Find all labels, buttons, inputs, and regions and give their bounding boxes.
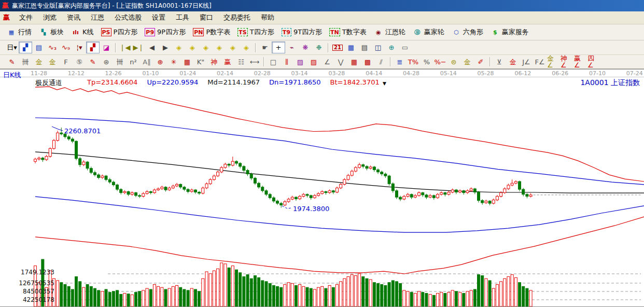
circle-cross-tool[interactable]: ⊕: [153, 56, 167, 68]
menu-item-江恩[interactable]: 江恩: [86, 12, 109, 23]
hand-tool-button[interactable]: ☛: [258, 41, 272, 53]
wave-3-icon[interactable]: ∿₃: [46, 41, 59, 53]
diamond-left-button[interactable]: ◈: [172, 41, 186, 53]
spiral5-tool[interactable]: ⑤: [73, 56, 86, 68]
kline-button[interactable]: ılıK线: [68, 26, 96, 38]
diamond-left-button-glyph: ◈: [176, 44, 181, 51]
kline-style-dropdown[interactable]: 日▾: [5, 41, 19, 53]
info-panel-icon[interactable]: ▤: [32, 41, 46, 53]
brush-red-tool[interactable]: ✐: [474, 56, 487, 68]
f-angle-tool[interactable]: F∠: [533, 56, 547, 68]
menu-item-浏览[interactable]: 浏览: [38, 12, 62, 23]
pattern-overlay-blue-icon[interactable]: ▞: [19, 41, 32, 53]
a-channel-tool[interactable]: A‖: [140, 56, 153, 68]
v-wave-tool[interactable]: ⋁: [334, 56, 347, 68]
menu-item-交易委托[interactable]: 交易委托: [218, 12, 256, 23]
nav-last-button[interactable]: ▶❘: [132, 41, 145, 53]
grid-arrow-tool[interactable]: ▩: [361, 56, 374, 68]
gann-wheel-button[interactable]: ◉江恩轮: [371, 26, 408, 38]
fan-box-purple-tool[interactable]: ▨: [293, 56, 307, 68]
diamond-compress-button[interactable]: ◈: [213, 41, 226, 53]
nav-first-button[interactable]: ❘◀: [118, 41, 132, 53]
n-squared-tool[interactable]: n²: [127, 56, 140, 68]
shen-angle-tool[interactable]: 神∠: [560, 56, 573, 68]
gann-swirl-icon[interactable]: ❉: [312, 41, 326, 53]
star-box-tool[interactable]: ✳: [167, 56, 180, 68]
menu-item-文件[interactable]: 文件: [14, 12, 38, 23]
winner-wheel-button[interactable]: Ⓑ赢家轮: [410, 26, 447, 38]
winner-service-button[interactable]: $赢家服务: [488, 26, 531, 38]
menu-item-工具[interactable]: 工具: [171, 12, 194, 23]
parallel-lines-tool[interactable]: ⫽: [374, 56, 388, 68]
t-percent-tool[interactable]: T%: [407, 56, 420, 68]
box-tool[interactable]: □: [267, 56, 280, 68]
menu-item-公式选股[interactable]: 公式选股: [109, 12, 147, 23]
grid-red-tool[interactable]: ▦: [347, 56, 361, 68]
nav-next-button[interactable]: ▶: [159, 41, 172, 53]
grid-box-tool[interactable]: ▦: [180, 56, 194, 68]
p-table-button[interactable]: PNP数字表: [190, 26, 233, 38]
quotes-button[interactable]: ▦行情: [4, 26, 34, 38]
hexagon-button[interactable]: ⬡六角形: [449, 26, 486, 38]
calendar-21-button[interactable]: 21: [331, 41, 344, 53]
ying-angle-tool[interactable]: 赢∠: [573, 56, 587, 68]
candle-tool-dropdown[interactable]: ¦▾: [73, 41, 86, 53]
brush-red-tool-glyph: ✐: [478, 59, 484, 65]
calculator-button[interactable]: ▦: [344, 41, 358, 53]
shen-tool[interactable]: 神: [207, 56, 221, 68]
gold-gate-tool[interactable]: 金: [32, 56, 46, 68]
diamond-move-button[interactable]: ◈: [240, 41, 253, 53]
kline-canvas[interactable]: 2260.87011974.3800: [0, 69, 644, 307]
f-gate-tool[interactable]: F: [59, 56, 73, 68]
print-button[interactable]: ▭: [398, 41, 412, 53]
cup-tool[interactable]: ⊻: [493, 56, 506, 68]
toolbar-separator: [390, 57, 391, 66]
color-histogram-icon[interactable]: ◪: [100, 41, 113, 53]
gold-gate2-tool[interactable]: 金: [46, 56, 59, 68]
zigzag-tool-button[interactable]: ⌁: [285, 41, 299, 53]
red-pencil-tool[interactable]: ✎: [86, 56, 100, 68]
chart-area[interactable]: 11-2812-1212-2601-1001-2402-1402-2803-14…: [0, 69, 644, 307]
fan-box-red-tool[interactable]: ▨: [307, 56, 320, 68]
menu-item-资讯[interactable]: 资讯: [62, 12, 86, 23]
ruler-123-tool[interactable]: ☷: [234, 56, 248, 68]
comb-dense-tool[interactable]: 卌: [113, 56, 127, 68]
diamond-right-button[interactable]: ◈: [186, 41, 199, 53]
crosshair-tool-button[interactable]: +: [272, 41, 285, 53]
ying-box-tool[interactable]: 赢: [221, 56, 234, 68]
nav-prev-button[interactable]: ◀: [145, 41, 159, 53]
gold-angle-tool[interactable]: 金∠: [547, 56, 560, 68]
diamond-expand-button[interactable]: ◈: [199, 41, 213, 53]
diamond-cross-button[interactable]: ◈: [226, 41, 240, 53]
t-square-button[interactable]: TST四方形: [235, 26, 276, 38]
pencil-tool[interactable]: ✎: [5, 56, 19, 68]
nine-t-square-button[interactable]: T99T四方形: [279, 26, 325, 38]
p-square-button[interactable]: PSP四方形: [99, 26, 141, 38]
fan-lines-tool[interactable]: ⫼: [280, 56, 293, 68]
wheel-clock-tool[interactable]: ⊛: [100, 56, 113, 68]
gold-avg-tool[interactable]: 金: [460, 56, 474, 68]
sectors-button[interactable]: ▚板块: [36, 26, 66, 38]
price-steps-tool[interactable]: ≣: [393, 56, 407, 68]
angle-fan-tool[interactable]: ∠: [320, 56, 334, 68]
export-web-button[interactable]: ⊕: [385, 41, 398, 53]
wave-9-icon[interactable]: ∿₉: [59, 41, 73, 53]
comb-lines-tool[interactable]: 卌: [19, 56, 32, 68]
menu-item-设置[interactable]: 设置: [147, 12, 171, 23]
save-button[interactable]: ◫: [371, 41, 385, 53]
menu-item-窗口[interactable]: 窗口: [194, 12, 218, 23]
width-measure-tool[interactable]: ⟷: [248, 56, 261, 68]
percent-line-tool[interactable]: %−: [433, 56, 447, 68]
nine-p-square-button[interactable]: P99P四方形: [142, 26, 188, 38]
menu-item-帮助[interactable]: 帮助: [256, 12, 279, 23]
j-angle-tool[interactable]: J∠: [520, 56, 533, 68]
k-quote-tool[interactable]: K": [194, 56, 207, 68]
gold-red-tool[interactable]: 金: [506, 56, 520, 68]
gold-circle-tool[interactable]: ⊜: [447, 56, 460, 68]
gann-flower-icon[interactable]: ❋: [299, 41, 312, 53]
notes-button[interactable]: ▤: [358, 41, 371, 53]
percent-tool[interactable]: %: [420, 56, 433, 68]
si-angle-tool[interactable]: 四∠: [587, 56, 600, 68]
t-table-button[interactable]: TNT数字表: [327, 26, 369, 38]
pattern-overlay-red-icon[interactable]: ▞: [86, 41, 100, 53]
